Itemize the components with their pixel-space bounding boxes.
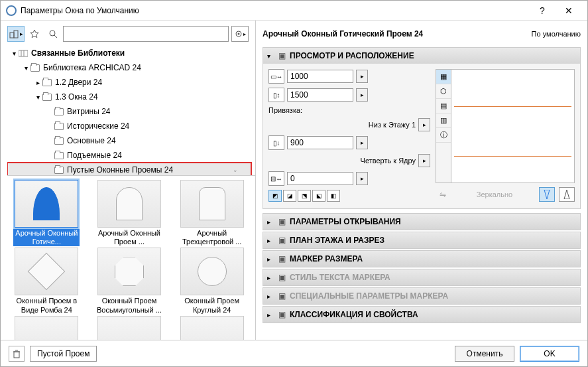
grid-item[interactable] <box>7 316 86 340</box>
tree-item[interactable]: Исторические 24 <box>7 119 251 133</box>
favorites-button[interactable] <box>26 26 43 42</box>
close-button[interactable]: ✕ <box>556 1 582 21</box>
section-header[interactable]: ▸▣СТИЛЬ ТЕКСТА МАРКЕРА <box>263 269 580 285</box>
tree-item-selected[interactable]: Пустые Оконные Проемы 24 ⌄ <box>7 163 251 176</box>
section-title: СТИЛЬ ТЕКСТА МАРКЕРА <box>290 273 390 282</box>
tree-item[interactable]: ▾ 1.3 Окна 24 <box>7 90 251 104</box>
section-title: МАРКЕР РАЗМЕРА <box>290 254 363 263</box>
search-icon <box>48 29 58 38</box>
trash-button[interactable] <box>9 346 25 362</box>
chevron-down-icon: ▾ <box>267 52 276 60</box>
tree-item[interactable]: ▸ 1.2 Двери 24 <box>7 75 251 90</box>
tree-root[interactable]: ▾ Связанные Библиотеки <box>7 46 251 60</box>
anchor-option[interactable]: ◪ <box>283 190 296 202</box>
tree-label: Библиотека ARCHICAD 24 <box>43 63 141 72</box>
view-info[interactable]: ⓘ <box>436 128 451 143</box>
grid-item-label: Оконный Проем Восьмиугольный ... <box>96 297 162 314</box>
grid-item[interactable]: Арочный Оконный Проем ... <box>90 180 169 246</box>
chevron-right-icon: ▸ <box>267 311 276 319</box>
height-flyout[interactable]: ▸ <box>356 88 368 102</box>
help-button[interactable]: ? <box>529 1 556 21</box>
tree-item[interactable]: Основные 24 <box>7 133 251 148</box>
svg-line-3 <box>54 35 57 38</box>
section-title: ПАРАМЕТРЫ ОТКРЫВАНИЯ <box>290 217 401 226</box>
grid-item[interactable]: Оконный Проем Круглый 24 <box>172 248 251 314</box>
mirror-off[interactable] <box>539 187 555 202</box>
story-flyout[interactable]: ▸ <box>418 118 430 131</box>
folder-icon <box>54 137 64 145</box>
trash-icon <box>12 349 21 358</box>
section-icon: ▣ <box>276 272 287 283</box>
tree-item[interactable]: Подъемные 24 <box>7 148 251 163</box>
svg-rect-9 <box>14 352 19 358</box>
section-header[interactable]: ▸▣КЛАССИФИКАЦИЯ И СВОЙСТВА <box>263 307 580 323</box>
svg-point-2 <box>50 31 55 36</box>
grid-item-label: Арочный Оконный Готиче... <box>13 229 80 246</box>
grid-item-label: Арочный Оконный Проем ... <box>96 229 162 246</box>
empty-opening-button[interactable]: Пустой Проем <box>30 346 97 362</box>
reveal-ref-flyout[interactable]: ▸ <box>418 154 430 167</box>
bottom-flyout[interactable]: ▸ <box>356 136 368 149</box>
section-header[interactable]: ▸▣СПЕЦИАЛЬНЫЕ ПАРАМЕТРЫ МАРКЕРА <box>263 288 580 304</box>
bottom-input[interactable] <box>287 136 353 149</box>
reveal-flyout[interactable]: ▸ <box>356 172 368 185</box>
tree-item[interactable]: Витрины 24 <box>7 104 251 119</box>
grid-item[interactable]: Оконный Проем в Виде Ромба 24 <box>7 248 86 314</box>
section-icon: ▣ <box>276 309 287 320</box>
chevron-down-icon[interactable]: ⌄ <box>233 167 238 173</box>
section-header[interactable]: ▸▣МАРКЕР РАЗМЕРА <box>263 251 580 267</box>
anchor-option[interactable]: ⬔ <box>298 190 311 202</box>
section-preview-header[interactable]: ▾ ▣ ПРОСМОТР И РАСПОЛОЖЕНИЕ <box>263 48 580 64</box>
library-mode-button[interactable]: ▸ <box>7 26 25 42</box>
section-header[interactable]: ▸▣ПАРАМЕТРЫ ОТКРЫВАНИЯ <box>263 214 580 230</box>
mirror-on[interactable] <box>559 187 575 202</box>
settings-button[interactable]: ▸ <box>231 26 249 42</box>
gothic-arch-icon <box>33 187 60 220</box>
chevron-right-icon: ▸ <box>267 218 276 226</box>
footer: Пустой Проем Отменить OK <box>1 340 587 366</box>
view-section[interactable]: ▥ <box>436 113 451 128</box>
sill-icon: ▯↓ <box>268 135 284 150</box>
section-title: ПЛАН ЭТАЖА И РАЗРЕЗ <box>290 236 384 245</box>
tree-label: Исторические 24 <box>67 121 129 131</box>
grid-item[interactable] <box>172 316 251 340</box>
chevron-right-icon: ▸ <box>267 274 276 281</box>
anchor-option[interactable]: ⬕ <box>312 190 325 202</box>
library-tree[interactable]: ▾ Связанные Библиотеки ▾ Библиотека ARCH… <box>7 46 255 176</box>
view-3d[interactable]: ⬡ <box>436 84 451 99</box>
section-title: КЛАССИФИКАЦИЯ И СВОЙСТВА <box>290 310 418 319</box>
svg-rect-0 <box>10 33 14 38</box>
svg-rect-6 <box>19 50 28 56</box>
grid-item[interactable] <box>90 316 169 340</box>
width-flyout[interactable]: ▸ <box>356 70 368 83</box>
folder-icon <box>54 167 64 174</box>
circle-icon <box>198 257 227 286</box>
section-icon: ▣ <box>276 254 287 264</box>
search-button[interactable] <box>44 26 62 42</box>
width-input[interactable] <box>287 70 353 83</box>
anchor-option[interactable]: ◧ <box>327 190 340 202</box>
anchor-option[interactable]: ◩ <box>268 190 282 202</box>
grid-item-selected[interactable]: Арочный Оконный Готиче... <box>7 180 86 246</box>
cancel-button[interactable]: Отменить <box>455 346 514 362</box>
ok-button[interactable]: OK <box>520 346 579 362</box>
view-elevation[interactable]: ▦ <box>436 70 451 84</box>
tree-item[interactable]: ▾ Библиотека ARCHICAD 24 <box>7 60 251 75</box>
height-input[interactable] <box>287 88 353 102</box>
window-title: Параметры Окна по Умолчанию <box>21 6 529 15</box>
tri-arch-icon <box>199 187 225 220</box>
section-header[interactable]: ▸▣ПЛАН ЭТАЖА И РАЗРЕЗ <box>263 232 580 248</box>
chevron-right-icon: ▸ <box>267 237 276 244</box>
reveal-input[interactable] <box>287 172 353 185</box>
section-icon: ▣ <box>276 291 287 301</box>
section-icon: ▣ <box>276 216 287 227</box>
search-input[interactable] <box>63 26 229 42</box>
object-grid[interactable]: Арочный Оконный Готиче... Арочный Оконны… <box>7 176 255 340</box>
tree-label: Связанные Библиотеки <box>31 48 125 58</box>
grid-item[interactable]: Арочный Трехцентровой ... <box>172 180 251 246</box>
arch-icon <box>116 187 143 220</box>
view-plan[interactable]: ▤ <box>436 99 451 113</box>
mirror-label: Зеркально <box>454 190 535 198</box>
width-icon: ▭↔ <box>268 69 284 84</box>
grid-item[interactable]: Оконный Проем Восьмиугольный ... <box>90 248 169 314</box>
